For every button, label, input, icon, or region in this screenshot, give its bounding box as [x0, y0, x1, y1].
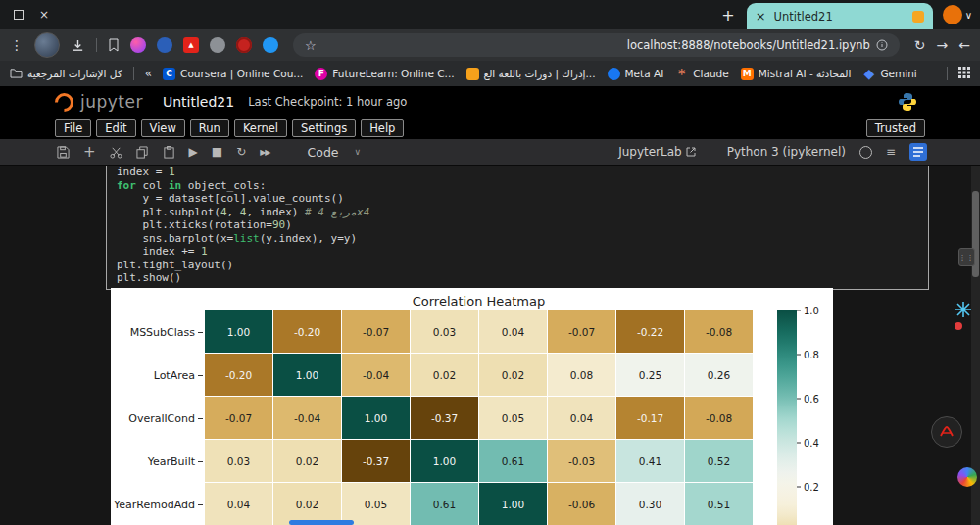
jupyterlab-link[interactable]: JupyterLab [618, 145, 696, 159]
heatmap-cell: 1.00 [205, 310, 272, 353]
globe-extension-icon[interactable] [210, 37, 225, 53]
maximize-window-icon[interactable] [14, 10, 24, 20]
colorbar-ticks: 1.00.80.60.40.2 [797, 310, 836, 525]
browser-tab[interactable]: × Untitled21 [747, 3, 933, 29]
bookmark-item[interactable]: MMistral AI - المحادثة [741, 68, 852, 80]
reload-icon[interactable]: ↻ [914, 37, 926, 53]
save-icon[interactable] [57, 146, 70, 159]
profile-button[interactable]: ∨ [943, 5, 972, 24]
all-bookmarks-button[interactable]: كل الإشارات المرجعية [10, 68, 122, 80]
acrobat-floating-icon[interactable] [931, 416, 962, 448]
jupyter-logo[interactable]: jupyter [55, 92, 143, 112]
forward-icon[interactable]: → [937, 37, 949, 53]
new-tab-button[interactable]: + [721, 6, 734, 24]
notebook-toolbar: + ▶ ■ ↻ ▶▶ Code ∨ JupyterLab Python 3 (i… [0, 139, 980, 166]
heatmap-cell: 0.03 [411, 310, 478, 353]
bookmark-item[interactable]: إدراك | دورات باللغة الع... [466, 68, 596, 80]
colorbar-tick-label: 1.0 [797, 306, 819, 316]
url-text: localhost:8888/notebooks/Untitled21.ipyn… [627, 38, 870, 52]
chevron-down-icon: ∨ [965, 10, 972, 21]
menu-kernel[interactable]: Kernel [234, 119, 287, 137]
heatmap-cell: 0.02 [479, 354, 547, 396]
kernel-status-icon [859, 146, 872, 159]
profile-avatar [943, 5, 962, 24]
heatmap-row-label: MSSubClass [111, 310, 203, 354]
copy-cell-icon[interactable] [136, 146, 149, 159]
bookmark-item[interactable]: ◆Gemini [862, 68, 916, 80]
bookmark-flag-icon[interactable] [108, 38, 120, 52]
heatmap-cell: 0.03 [205, 440, 272, 482]
heatmap-cell: -0.04 [342, 354, 410, 396]
browser-window: × + × Untitled21 ∨ ⋮ ▲ ☆ l [0, 0, 980, 525]
acrobat-toolbar-icon[interactable]: ▲ [183, 37, 199, 53]
pink-extension-icon[interactable] [130, 37, 146, 53]
colorbar-tick-label: 0.8 [797, 350, 819, 360]
bookmark-item[interactable]: FFutureLearn: Online C... [315, 68, 454, 80]
menu-file[interactable]: File [55, 119, 91, 137]
heatmap-cell: 0.61 [411, 483, 478, 525]
colorful-extension-icon[interactable] [957, 467, 977, 487]
kernel-name[interactable]: Python 3 (ipykernel) [727, 145, 846, 159]
chart-title: Correlation Heatmap [205, 294, 753, 309]
notebook-title[interactable]: Untitled21 [163, 94, 234, 110]
bookmarks-overflow-chevron[interactable]: « [145, 67, 152, 80]
heatmap-cell: 0.08 [548, 354, 615, 396]
menu-help[interactable]: Help [361, 119, 404, 137]
tab-title: Untitled21 [774, 10, 905, 24]
kebab-menu-icon[interactable]: ⋮ [10, 37, 24, 53]
restart-kernel-icon[interactable]: ↻ [236, 145, 246, 159]
back-icon[interactable]: ← [958, 37, 970, 53]
bookmark-item[interactable]: CCoursera | Online Cou... [163, 68, 303, 80]
heatmap-cell: 0.51 [685, 483, 753, 525]
cut-cell-icon[interactable] [110, 146, 122, 159]
close-window-icon[interactable]: × [39, 8, 49, 22]
code-cell[interactable]: index = 1for col in object_cols: y = dat… [106, 166, 929, 290]
colorbar [777, 310, 797, 525]
heatmap-cell: 0.25 [616, 354, 684, 396]
scroll-handle-widget[interactable]: ⋮⋮ [958, 248, 975, 266]
external-link-icon [686, 147, 696, 157]
record-extension-icon[interactable] [236, 37, 252, 53]
tab-close-icon[interactable]: × [756, 9, 766, 24]
blue-extension-icon[interactable] [157, 37, 172, 53]
bookmark-item[interactable]: *Claude [675, 68, 728, 80]
wave-extension-icon[interactable] [263, 37, 278, 53]
address-bar[interactable]: ☆ localhost:8888/notebooks/Untitled21.ip… [293, 33, 900, 57]
download-icon[interactable] [71, 38, 85, 53]
horizontal-scrollbar-thumb[interactable] [289, 520, 354, 525]
site-info-icon[interactable] [876, 36, 888, 55]
menu-run[interactable]: Run [190, 119, 229, 137]
coursera-favicon: C [163, 68, 175, 80]
code-editor[interactable]: index = 1for col in object_cols: y = dat… [117, 166, 928, 285]
apps-grid-icon[interactable] [958, 67, 970, 80]
menu-lines-icon[interactable]: ≡ [886, 145, 896, 159]
jupyter-favicon [912, 11, 924, 23]
bookmark-item[interactable]: Meta AI [608, 68, 664, 80]
notebook-content: index = 1for col in object_cols: y = dat… [0, 166, 980, 525]
browser-profile-avatar[interactable] [34, 32, 60, 58]
add-cell-icon[interactable]: + [83, 143, 96, 161]
browser-toolbar: ⋮ ▲ ☆ localhost:8888/notebooks/Untitled2… [0, 29, 980, 61]
menu-view[interactable]: View [141, 119, 185, 137]
heatmap-cell: 0.30 [616, 483, 684, 525]
paste-cell-icon[interactable] [163, 146, 175, 159]
bookmark-list: CCoursera | Online Cou...FFutureLearn: O… [163, 68, 925, 80]
toc-panel-icon[interactable] [909, 143, 927, 161]
cell-type-dropdown[interactable]: Code ∨ [308, 145, 362, 160]
heatmap-cell: 1.00 [273, 354, 341, 396]
menu-settings[interactable]: Settings [292, 119, 356, 137]
weather-extension-widget[interactable] [955, 301, 978, 330]
heatmap-row-label: YearRemodAdd [111, 483, 203, 525]
code-line: sns.barplot(x=list(y.index), y=y) [117, 232, 928, 246]
run-cell-icon[interactable]: ▶ [189, 145, 198, 159]
jupyter-header: jupyter Untitled21 Last Checkpoint: 1 ho… [0, 86, 980, 118]
menu-edit[interactable]: Edit [96, 119, 135, 137]
jupyter-menubar: FileEditViewRunKernelSettingsHelp Truste… [0, 118, 980, 139]
heatmap-cell: 0.04 [205, 483, 272, 525]
restart-run-all-icon[interactable]: ▶▶ [260, 148, 270, 157]
code-line: plt.show() [117, 271, 928, 285]
bookmark-star-icon[interactable]: ☆ [305, 38, 317, 53]
heatmap-cell: 0.04 [548, 397, 615, 439]
heatmap-cell: 0.02 [273, 440, 341, 482]
interrupt-kernel-icon[interactable]: ■ [212, 145, 222, 159]
